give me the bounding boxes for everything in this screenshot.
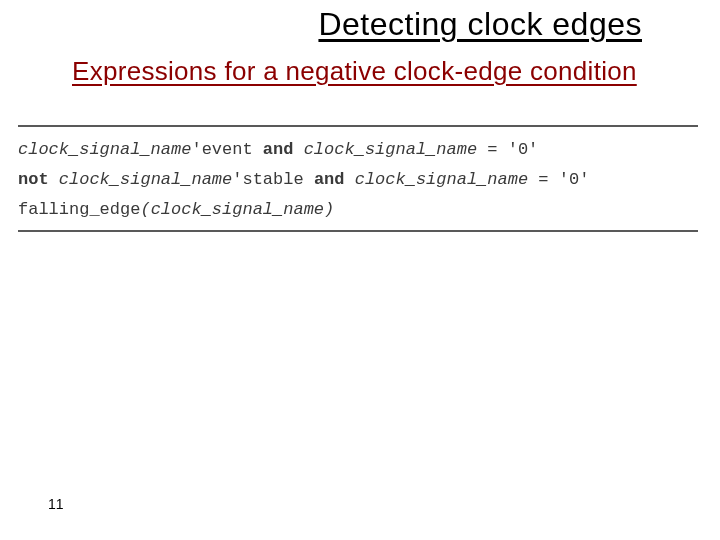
code-paren-close: ) [324,200,334,219]
code-paren-open: ( [140,200,150,219]
code-eq: = '0' [477,140,538,159]
code-keyword-and: and [314,170,345,189]
code-lines: clock_signal_name'event and clock_signal… [18,127,702,230]
code-keyword-and: and [263,140,294,159]
code-signal: clock_signal_name [59,170,232,189]
code-block: clock_signal_name'event and clock_signal… [0,125,720,232]
code-line-2: not clock_signal_name'stable and clock_s… [18,165,702,195]
divider-bottom [18,230,698,232]
code-signal: clock_signal_name [355,170,528,189]
code-eq: = '0' [528,170,589,189]
code-attr: 'stable [232,170,303,189]
code-fn: falling_edge [18,200,140,219]
code-attr: 'event [191,140,252,159]
slide: Detecting clock edges Expressions for a … [0,0,720,540]
page-number: 11 [48,496,64,512]
code-line-3: falling_edge(clock_signal_name) [18,195,702,225]
code-signal: clock_signal_name [151,200,324,219]
code-signal: clock_signal_name [304,140,477,159]
code-keyword-not: not [18,170,49,189]
page-title: Detecting clock edges [318,6,642,43]
subtitle: Expressions for a negative clock-edge co… [72,56,680,87]
code-signal: clock_signal_name [18,140,191,159]
code-line-1: clock_signal_name'event and clock_signal… [18,135,702,165]
